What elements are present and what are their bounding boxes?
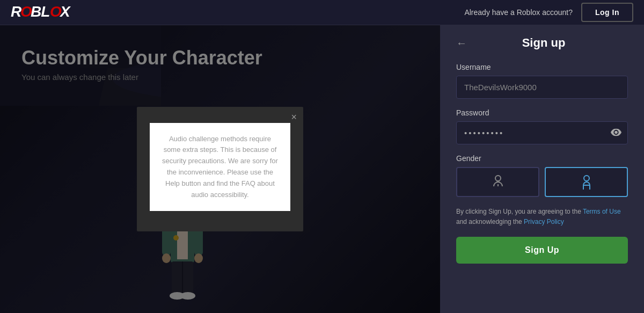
terms-of-use-link[interactable]: Terms of Use bbox=[583, 208, 621, 215]
roblox-logo: R O BL O X bbox=[11, 2, 86, 24]
back-arrow-icon[interactable]: ← bbox=[456, 37, 467, 49]
signup-title: Sign up bbox=[475, 36, 612, 50]
gender-buttons bbox=[456, 167, 628, 197]
modal-message: Audio challenge methods require some ext… bbox=[150, 123, 290, 212]
header-right: Already have a Roblox account? Log In bbox=[464, 3, 633, 22]
svg-point-33 bbox=[495, 176, 501, 181]
username-label: Username bbox=[456, 63, 628, 71]
gender-group: Gender bbox=[456, 154, 628, 197]
username-group: Username bbox=[456, 63, 628, 99]
svg-text:BL: BL bbox=[31, 3, 49, 20]
svg-text:X: X bbox=[59, 3, 71, 20]
gender-female-button[interactable] bbox=[456, 167, 539, 197]
privacy-policy-link[interactable]: Privacy Policy bbox=[524, 218, 564, 225]
gender-label: Gender bbox=[456, 154, 628, 163]
terms-line2: and acknowledging the bbox=[456, 218, 524, 225]
modal-content-area: Audio challenge methods require some ext… bbox=[150, 123, 290, 212]
modal-close-button[interactable]: × bbox=[291, 112, 297, 122]
signup-header: ← Sign up bbox=[456, 36, 628, 50]
app-header: R O BL O X Already have a Roblox account… bbox=[0, 0, 644, 25]
gender-male-button[interactable] bbox=[545, 167, 628, 197]
login-button[interactable]: Log In bbox=[581, 3, 633, 22]
signup-button[interactable]: Sign Up bbox=[456, 237, 628, 264]
svg-point-36 bbox=[584, 176, 589, 181]
username-input[interactable] bbox=[456, 76, 628, 99]
terms-text: By clicking Sign Up, you are agreeing to… bbox=[456, 207, 628, 227]
password-label: Password bbox=[456, 108, 628, 117]
password-wrapper bbox=[456, 121, 628, 144]
audio-challenge-modal: × Audio challenge methods require some e… bbox=[137, 107, 303, 232]
show-password-icon[interactable] bbox=[611, 127, 621, 139]
already-have-account-text: Already have a Roblox account? bbox=[464, 8, 573, 17]
modal-overlay: × Audio challenge methods require some e… bbox=[0, 25, 440, 313]
signup-panel: ← Sign up Username Password Gender bbox=[440, 25, 644, 313]
terms-line1: By clicking Sign Up, you are agreeing to… bbox=[456, 208, 583, 215]
password-group: Password bbox=[456, 108, 628, 144]
password-input[interactable] bbox=[456, 121, 628, 144]
